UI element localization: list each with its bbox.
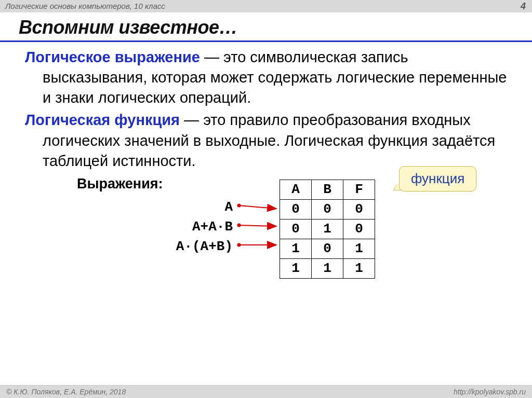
footer-bar: © К.Ю. Поляков, Е.А. Ерёмин, 2018 http:/… xyxy=(0,385,532,398)
truth-table: A B F 0 0 0 0 1 0 1 0 1 xyxy=(280,180,375,279)
svg-line-3 xyxy=(239,225,276,226)
term-2: Логическая функция xyxy=(25,112,180,128)
expr-2: A+A·B xyxy=(129,217,233,237)
slide: Логические основы компьютеров, 10 класс … xyxy=(0,0,532,398)
col-B: B xyxy=(312,180,343,199)
expressions-label: Выражения: xyxy=(77,174,163,193)
table-row: 0 0 0 xyxy=(280,199,375,219)
table-header-row: A B F xyxy=(280,180,375,199)
col-A: A xyxy=(280,180,312,199)
content: Логическое выражение — это символическая… xyxy=(0,47,532,299)
course-label: Логические основы компьютеров, 10 класс xyxy=(5,2,165,10)
svg-point-4 xyxy=(237,243,241,246)
expressions-list: A A+A·B A·(A+B) xyxy=(129,197,233,256)
copyright: © К.Ю. Поляков, Е.А. Ерёмин, 2018 xyxy=(6,386,126,398)
title-zone: Вспомним известное… xyxy=(0,12,532,42)
definition-1: Логическое выражение — это символическая… xyxy=(25,47,511,108)
svg-point-2 xyxy=(237,223,241,227)
col-F: F xyxy=(343,180,375,199)
header-bar: Логические основы компьютеров, 10 класс … xyxy=(0,0,532,12)
table-row: 1 1 1 xyxy=(280,259,375,279)
table-row: 0 1 0 xyxy=(280,219,375,239)
slide-title: Вспомним известное… xyxy=(19,17,532,38)
table-row: 1 0 1 xyxy=(280,239,375,259)
page-number: 4 xyxy=(521,0,526,12)
footer-url: http://kpolyakov.spb.ru xyxy=(454,386,526,398)
expression-block: Выражения: A A+A·B A·(A+B) xyxy=(25,174,511,299)
expr-3: A·(A+B) xyxy=(129,237,233,256)
function-callout: функция xyxy=(399,166,476,191)
term-1: Логическое выражение xyxy=(25,49,200,65)
expr-1: A xyxy=(129,197,233,217)
svg-point-0 xyxy=(237,203,241,207)
svg-line-1 xyxy=(239,205,276,209)
definition-2: Логическая функция — это правило преобра… xyxy=(25,110,511,171)
